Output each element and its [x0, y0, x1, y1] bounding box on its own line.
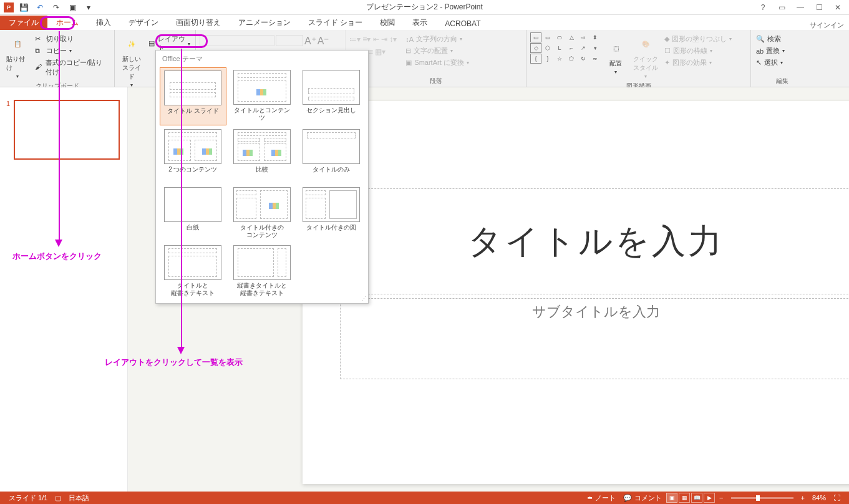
outline-icon: ☐ — [664, 47, 671, 55]
title-placeholder[interactable]: タイトルを入力 — [340, 188, 849, 294]
thumbnail-pane[interactable]: 1 — [0, 87, 128, 492]
replace-button[interactable]: ab置換 ▾ — [755, 46, 810, 56]
ribbon: 📋 貼り付け ▾ ✂切り取り ⧉コピー ▾ 🖌書式のコピー/貼り付け クリップボ… — [0, 30, 849, 87]
layout-icon: ▤ — [148, 39, 155, 48]
group-label-paragraph: 段落 — [349, 75, 522, 85]
qat-more-icon[interactable]: ▾ — [82, 1, 95, 14]
layout-item-blank[interactable]: 白紙 — [160, 185, 226, 241]
slide-canvas[interactable]: タイトルを入力 サブタイトルを入力 — [303, 101, 849, 484]
smartart-button[interactable]: ▣SmartArt に変換 ▾ — [404, 57, 470, 68]
quickstyle-icon: 🎨 — [636, 34, 656, 54]
select-icon: ↖ — [756, 59, 762, 67]
copy-button[interactable]: ⧉コピー ▾ — [34, 46, 110, 56]
slideshow-view-icon[interactable]: ▶ — [704, 493, 715, 503]
undo-icon[interactable]: ↶ — [34, 1, 46, 14]
zoom-level[interactable]: 84% — [808, 494, 830, 502]
signin-link[interactable]: サインイン — [810, 21, 849, 30]
status-slide-count[interactable]: スライド 1/1 — [5, 493, 51, 503]
slide-number: 1 — [6, 100, 10, 160]
shape-effects-button[interactable]: ✦図形の効果 ▾ — [663, 57, 733, 68]
brush-icon: 🖌 — [35, 63, 43, 72]
zoom-out-icon[interactable]: − — [716, 494, 727, 502]
find-button[interactable]: 🔍検索 — [755, 34, 810, 44]
ribbon-options-icon[interactable]: ▭ — [775, 1, 788, 14]
close-icon[interactable]: ✕ — [832, 1, 844, 14]
tab-insert[interactable]: 挿入 — [87, 16, 120, 30]
layout-item-title-only[interactable]: タイトルのみ — [298, 127, 364, 183]
tab-design[interactable]: デザイン — [120, 16, 167, 30]
comments-button[interactable]: 💬 コメント — [619, 493, 666, 503]
ribbon-tabs: ファイル ホーム 挿入 デザイン 画面切り替え アニメーション スライド ショー… — [0, 15, 849, 30]
tab-home[interactable]: ホーム — [47, 16, 87, 30]
title-bar: P 💾 ↶ ↷ ▣ ▾ プレゼンテーション2 - PowerPoint ? ▭ … — [0, 0, 849, 15]
layout-item-content-caption[interactable]: タイトル付きの コンテンツ — [229, 185, 296, 241]
paste-icon: 📋 — [7, 34, 27, 54]
resize-grip-icon[interactable]: ⋰ — [361, 296, 367, 302]
text-align-button[interactable]: ⊟文字の配置 ▾ — [404, 46, 470, 56]
zoom-slider[interactable] — [731, 497, 793, 499]
layout-item-title-slide[interactable]: タイトル スライド — [160, 67, 226, 125]
normal-view-icon[interactable]: ▣ — [666, 493, 677, 503]
tab-view[interactable]: 表示 — [404, 16, 436, 30]
paste-button[interactable]: 📋 貼り付け ▾ — [4, 32, 31, 80]
layout-item-title-content[interactable]: タイトルとコンテンツ — [229, 67, 296, 125]
layout-item-title-vert-text[interactable]: タイトルと 縦書きテキスト — [160, 243, 226, 299]
save-icon[interactable]: 💾 — [17, 1, 30, 14]
tab-acrobat[interactable]: ACROBAT — [436, 17, 489, 30]
layout-item-two-content[interactable]: 2 つのコンテンツ — [160, 127, 226, 183]
tab-animations[interactable]: アニメーション — [230, 16, 299, 30]
layout-item-section-header[interactable]: セクション見出し — [298, 67, 364, 125]
reading-view-icon[interactable]: 📖 — [691, 493, 702, 503]
sorter-view-icon[interactable]: ▦ — [679, 493, 690, 503]
help-icon[interactable]: ? — [757, 1, 769, 14]
format-painter-button[interactable]: 🖌書式のコピー/貼り付け — [34, 57, 110, 77]
new-slide-icon: ✨ — [122, 34, 142, 54]
quickstyle-button[interactable]: 🎨クイック スタイル▾ — [631, 32, 661, 80]
shape-fill-button[interactable]: ◆図形の塗りつぶし ▾ — [663, 34, 733, 44]
layout-dropdown: Office テーマ タイトル スライド タイトルとコンテンツ セクション見出し… — [155, 50, 369, 304]
search-icon: 🔍 — [756, 35, 765, 43]
chevron-down-icon: ▾ — [16, 74, 19, 79]
annotation-text-layout: レイアウトをクリックして一覧を表示 — [105, 357, 243, 368]
notes-button[interactable]: ≐ ノート — [583, 493, 619, 503]
fit-window-icon[interactable]: ⛶ — [830, 494, 844, 502]
replace-icon: ab — [756, 47, 764, 55]
tab-transitions[interactable]: 画面切り替え — [167, 16, 230, 30]
tab-review[interactable]: 校閲 — [371, 16, 404, 30]
tab-file[interactable]: ファイル — [0, 16, 47, 30]
shape-outline-button[interactable]: ☐図形の枠線 ▾ — [663, 46, 733, 56]
text-align-icon: ⊟ — [405, 47, 411, 55]
effects-icon: ✦ — [664, 59, 670, 67]
annotation-arrow-home — [59, 31, 60, 241]
redo-icon[interactable]: ↷ — [50, 1, 62, 14]
text-direction-button[interactable]: ↕A文字列の方向 ▾ — [404, 34, 470, 44]
window-title: プレゼンテーション2 - PowerPoint — [366, 2, 483, 12]
spellcheck-icon[interactable]: ▢ — [51, 494, 65, 502]
new-slide-label: 新しい スライド — [121, 55, 142, 81]
select-button[interactable]: ↖選択 ▾ — [755, 57, 810, 68]
cut-button[interactable]: ✂切り取り — [34, 34, 110, 44]
scissors-icon: ✂ — [35, 35, 44, 44]
fill-icon: ◆ — [664, 35, 669, 43]
annotation-arrowhead-home — [55, 240, 62, 247]
text-direction-icon: ↕A — [405, 36, 414, 43]
paste-label: 貼り付け — [6, 55, 29, 72]
shapes-gallery[interactable]: ▭▭⬭△⇨⬍ ◇⬡L⌐↗▾ {}☆⬠↻≂ — [530, 32, 601, 80]
workspace: 1 タイトルを入力 サブタイトルを入力 — [0, 87, 849, 492]
minimize-icon[interactable]: — — [794, 1, 807, 14]
subtitle-placeholder[interactable]: サブタイトルを入力 — [340, 298, 849, 379]
arrange-button[interactable]: ⬚配置▾ — [603, 32, 628, 80]
maximize-icon[interactable]: ☐ — [813, 1, 825, 14]
zoom-in-icon[interactable]: + — [797, 494, 808, 502]
layout-item-comparison[interactable]: 比較 — [229, 127, 296, 183]
start-slideshow-icon[interactable]: ▣ — [66, 1, 79, 14]
status-bar: スライド 1/1 ▢ 日本語 ≐ ノート 💬 コメント ▣ ▦ 📖 ▶ − + … — [0, 492, 849, 504]
app-icon: P — [4, 2, 14, 12]
slide-thumbnail[interactable] — [14, 100, 120, 160]
layout-item-vert-title-text[interactable]: 縦書きタイトルと 縦書きテキスト — [229, 243, 296, 299]
layout-item-picture-caption[interactable]: タイトル付きの図 — [298, 185, 364, 241]
tab-slideshow[interactable]: スライド ショー — [299, 16, 371, 30]
new-slide-button[interactable]: ✨ 新しい スライド ▾ — [119, 32, 145, 89]
status-language[interactable]: 日本語 — [65, 493, 93, 503]
copy-icon: ⧉ — [35, 47, 44, 56]
